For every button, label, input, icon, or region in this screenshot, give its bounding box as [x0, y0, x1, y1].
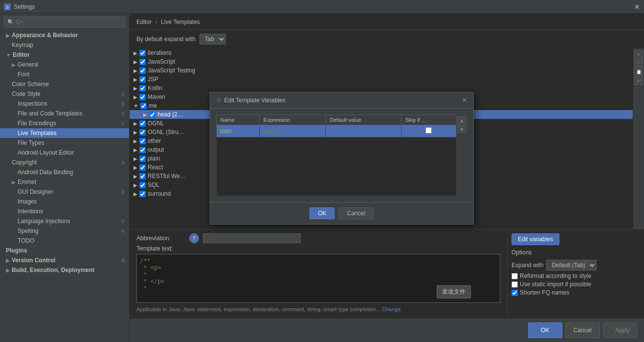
config-icon: ⚙ [121, 219, 125, 224]
sidebar-item-spelling[interactable]: Spelling ⚙ [0, 226, 129, 236]
reformat-checkbox-row: Reformat according to style [511, 273, 640, 279]
cell-expression[interactable]: date() [259, 125, 326, 137]
add-button[interactable]: + [634, 50, 643, 58]
group-label: me [149, 102, 157, 109]
sidebar-item-color-scheme[interactable]: Color Scheme [0, 79, 129, 89]
sidebar-label: Copyright [12, 159, 37, 166]
search-input[interactable] [16, 19, 122, 25]
sidebar-item-android-data[interactable]: Android Data Binding [0, 167, 129, 177]
cell-skip-if[interactable] [401, 125, 456, 137]
sidebar-item-copyright[interactable]: Copyright ⚙ [0, 158, 129, 167]
group-checkbox-plain[interactable] [139, 156, 146, 162]
group-checkbox-ognl-stru[interactable] [139, 129, 146, 136]
group-checkbox-react[interactable] [139, 164, 146, 171]
breadcrumb-separator: › [155, 19, 157, 25]
expand-arrow: ▶ [133, 59, 137, 65]
send-file-button[interactable]: 发送文件 [437, 285, 471, 298]
search-box[interactable]: 🔍 [4, 17, 125, 27]
group-checkbox-javascript[interactable] [139, 59, 146, 65]
sidebar-item-language-injections[interactable]: Language Injections ⚙ [0, 216, 129, 226]
group-checkbox-surround[interactable] [139, 191, 146, 197]
cell-default-value[interactable] [326, 125, 401, 137]
skip-if-checkbox[interactable] [425, 127, 432, 134]
sidebar-label: Code Style [12, 91, 41, 97]
sidebar-item-todo[interactable]: TODO [0, 236, 129, 246]
abbreviation-input[interactable] [203, 233, 301, 243]
sidebar-item-keymap[interactable]: Keymap [0, 40, 129, 50]
group-jsp[interactable]: ▶ JSP [130, 75, 633, 84]
sidebar-item-gui-designer[interactable]: GUI Designer ⚙ [0, 187, 129, 197]
group-checkbox-ognl[interactable] [139, 120, 146, 127]
dialog-cancel-button[interactable]: Cancel [338, 207, 373, 219]
group-checkbox-js-testing[interactable] [139, 68, 146, 74]
sidebar-label: Keymap [12, 42, 33, 48]
sidebar-item-file-types[interactable]: File Types [0, 138, 129, 148]
sidebar-item-live-templates[interactable]: Live Templates [0, 128, 129, 138]
static-import-checkbox[interactable] [511, 281, 518, 288]
sidebar-item-editor[interactable]: ▼ Editor [0, 50, 129, 60]
sidebar-item-emmet[interactable]: ▶ Emmet [0, 177, 129, 187]
group-checkbox-iterations[interactable] [139, 50, 146, 56]
apply-button[interactable]: Apply [603, 322, 637, 338]
group-iterations[interactable]: ▶ iterations [130, 48, 633, 57]
dialog-scroll-up[interactable]: ▲ [458, 116, 466, 124]
sidebar-item-plugins[interactable]: Plugins [0, 246, 129, 255]
sidebar-item-file-encodings[interactable]: File Encodings ⚙ [0, 118, 129, 128]
group-checkbox-maven[interactable] [139, 94, 146, 100]
sidebar-item-build[interactable]: ▶ Build, Execution, Deployment [0, 265, 129, 275]
group-checkbox-other[interactable] [139, 138, 146, 144]
change-link[interactable]: Change [382, 306, 401, 312]
config-icon: ⚙ [121, 258, 125, 263]
dialog-scroll-down[interactable]: ▼ [458, 125, 466, 133]
reformat-label: Reformat according to style [520, 273, 591, 279]
dialog-close-button[interactable]: ✕ [462, 96, 467, 104]
remove-button[interactable]: − [634, 59, 643, 67]
config-icon: ⚙ [121, 189, 125, 195]
dialog-ok-button[interactable]: OK [310, 207, 334, 219]
ok-button[interactable]: OK [528, 322, 562, 338]
sidebar-label: File Types [18, 139, 44, 146]
help-button[interactable]: ? [189, 233, 199, 243]
group-checkbox-head[interactable] [149, 112, 155, 118]
group-checkbox-me[interactable] [140, 103, 147, 109]
sidebar-item-general[interactable]: ▶ General [0, 60, 129, 69]
group-checkbox-restful[interactable] [139, 173, 146, 180]
sidebar-item-intentions[interactable]: Intentions [0, 206, 129, 216]
sidebar-label: GUI Designer [18, 188, 53, 195]
expand-select[interactable]: Tab [200, 34, 226, 45]
sidebar-item-file-code-templates[interactable]: File and Code Templates ⚙ [0, 109, 129, 118]
expand-arrow: ▶ [133, 94, 137, 100]
sidebar-item-appearance[interactable]: ▶ Appearance & Behavior [0, 30, 129, 40]
edit-variables-button[interactable]: Edit variables [511, 233, 559, 245]
group-checkbox-jsp[interactable] [139, 76, 146, 83]
group-js-testing[interactable]: ▶ JavaScript Testing [130, 66, 633, 75]
sidebar-item-android-layout[interactable]: Android Layout Editor [0, 148, 129, 158]
sidebar-item-images[interactable]: Images [0, 197, 129, 206]
cancel-button[interactable]: Cancel [565, 322, 600, 338]
close-button[interactable]: ✕ [634, 3, 640, 11]
group-checkbox-kotlin[interactable] [139, 85, 146, 91]
group-checkbox-sql[interactable] [139, 182, 146, 188]
sidebar-label: Color Scheme [12, 81, 49, 88]
sidebar-item-code-style[interactable]: Code Style ⚙ [0, 89, 129, 99]
content-header: By default expand with Tab [130, 30, 644, 48]
reformat-checkbox[interactable] [511, 273, 518, 279]
group-label: Maven [148, 93, 165, 100]
dialog-title-bar: ⚙ Edit Template Variables ✕ [210, 92, 473, 109]
revert-button[interactable]: ↩ [634, 77, 643, 85]
group-checkbox-output[interactable] [139, 147, 146, 153]
shorten-fq-checkbox[interactable] [511, 290, 518, 296]
group-javascript[interactable]: ▶ JavaScript [130, 57, 633, 66]
table-row[interactable]: date date() [216, 125, 456, 137]
sidebar: 🔍 ▶ Appearance & Behavior Keymap ▼ Edito… [0, 14, 130, 342]
expand-arrow: ▶ [133, 68, 137, 73]
group-kotlin[interactable]: ▶ Kotlin [130, 84, 633, 92]
sidebar-item-version-control[interactable]: ▶ Version Control ⚙ [0, 255, 129, 265]
group-label: JavaScript [148, 58, 175, 65]
expand-with-select[interactable]: Default (Tab) [546, 260, 597, 271]
copy-button[interactable]: 📋 [634, 68, 643, 76]
dialog-scroll-buttons: ▲ ▼ [457, 114, 467, 196]
sidebar-item-font[interactable]: Font [0, 69, 129, 79]
expand-with-label: Expand with [511, 262, 543, 269]
sidebar-item-inspections[interactable]: Inspections ⚙ [0, 99, 129, 109]
